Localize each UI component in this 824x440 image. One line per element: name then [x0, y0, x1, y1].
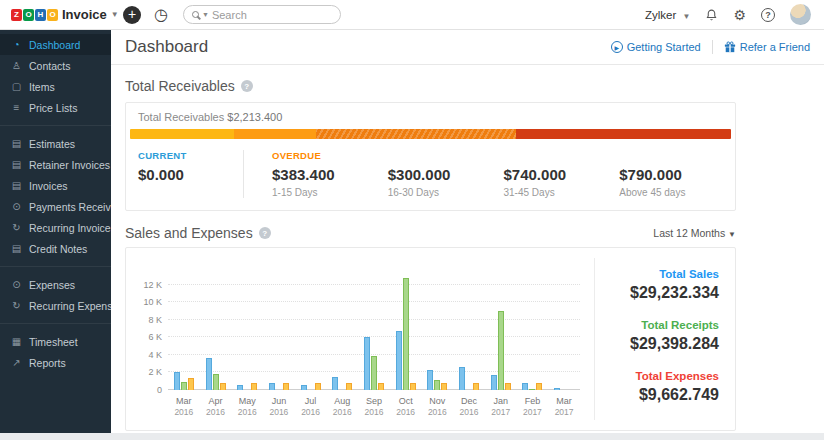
chart-bars — [168, 276, 580, 390]
expenses-bar — [441, 383, 447, 390]
sidebar-item-contacts[interactable]: ♙Contacts — [0, 55, 111, 76]
sidebar-item-estimates[interactable]: ▤Estimates — [0, 133, 111, 154]
x-axis-tick-label: May2016 — [231, 396, 263, 418]
sales-bar — [332, 377, 338, 390]
sidebar-item-dashboard[interactable]: ◔Dashboard — [0, 34, 111, 55]
user-avatar[interactable] — [790, 4, 811, 25]
x-year-label: 2016 — [326, 407, 358, 418]
overdue-receivables: OVERDUE $383.4001-15 Days$300.00016-30 D… — [244, 150, 735, 198]
x-month-label: Jul — [295, 396, 327, 407]
sidebar-item-items[interactable]: ▢Items — [0, 76, 111, 97]
sales-bar — [522, 383, 528, 390]
sidebar-item-price-lists[interactable]: ≡Price Lists — [0, 97, 111, 118]
expenses-bar — [346, 383, 352, 390]
sidebar-item-label: Credit Notes — [29, 243, 87, 255]
sidebar-group: ⊙Expenses↻Recurring Expenses — [0, 266, 111, 316]
x-month-label: Mar — [548, 396, 580, 407]
sidebar-item-expenses[interactable]: ⊙Expenses — [0, 274, 111, 295]
current-receivables: CURRENT $0.000 — [126, 150, 244, 198]
dashboard-icon: ◔ — [11, 39, 22, 50]
sidebar-nav: ◔Dashboard♙Contacts▢Items≡Price Lists▤Es… — [0, 30, 111, 433]
sidebar-item-reports[interactable]: ↗Reports — [0, 352, 111, 373]
y-axis-tick-label: 10 K — [143, 297, 162, 307]
expenses-bar — [505, 383, 511, 390]
x-month-label: Jun — [263, 396, 295, 407]
total-receivables-summary: Total Receivables $2,213.400 — [126, 103, 735, 129]
notifications-bell-icon[interactable] — [705, 8, 718, 22]
x-axis-tick-label: Mar2016 — [168, 396, 200, 418]
search-scope-caret-icon[interactable]: ▼ — [202, 11, 209, 18]
overdue-period: 1-15 Days — [272, 187, 388, 198]
x-month-label: Apr — [200, 396, 232, 407]
settings-gear-icon[interactable]: ⚙ — [733, 8, 746, 22]
sidebar-item-invoices[interactable]: ▤Invoices — [0, 175, 111, 196]
receipts-bar — [529, 389, 535, 390]
bar-group-dec-2016 — [453, 276, 485, 390]
sidebar-item-label: Recurring Expenses — [29, 300, 124, 312]
chevron-down-icon: ▼ — [111, 10, 119, 19]
date-range-dropdown[interactable]: Last 12 Months ▼ — [653, 227, 736, 239]
search-input[interactable] — [212, 9, 332, 21]
x-axis-tick-label: Apr2016 — [200, 396, 232, 418]
x-month-label: Dec — [453, 396, 485, 407]
bar-group-jul-2016 — [295, 276, 327, 390]
search-icon — [192, 11, 199, 18]
zoho-logo-tile: O — [47, 9, 58, 21]
total-receivables-section-title: Total Receivables ? — [125, 78, 810, 94]
app-logo[interactable]: ZOHO Invoice ▼ — [0, 7, 111, 22]
global-search[interactable]: ▼ — [183, 5, 341, 24]
total-value: $29,398.284 — [611, 335, 719, 353]
x-year-label: 2016 — [453, 407, 485, 418]
quick-create-button[interactable]: + — [123, 6, 141, 24]
help-tooltip-icon[interactable]: ? — [241, 80, 253, 92]
sales-bar — [174, 372, 180, 390]
refer-a-friend-link[interactable]: Refer a Friend — [724, 41, 810, 53]
expenses-bar — [410, 383, 416, 390]
overdue-amount: $790.000 — [619, 166, 735, 183]
price-lists-icon: ≡ — [11, 102, 22, 113]
help-icon[interactable]: ? — [761, 8, 775, 22]
sidebar-group: ◔Dashboard♙Contacts▢Items≡Price Lists — [0, 34, 111, 118]
total-label: Total Sales — [611, 268, 719, 280]
x-axis-tick-label: Mar2017 — [548, 396, 580, 418]
sidebar-item-recurring-expenses[interactable]: ↻Recurring Expenses — [0, 295, 111, 316]
date-range-label: Last 12 Months — [653, 227, 725, 239]
total-block-total-expenses: Total Expenses$9,662.749 — [611, 370, 719, 404]
refer-a-friend-label: Refer a Friend — [740, 41, 810, 53]
total-block-total-receipts: Total Receipts$29,398.284 — [611, 319, 719, 353]
items-icon: ▢ — [11, 81, 22, 92]
invoices-icon: ▤ — [11, 180, 22, 191]
sidebar-item-retainer-invoices[interactable]: ▤Retainer Invoices — [0, 154, 111, 175]
getting-started-link[interactable]: ▶ Getting Started — [611, 41, 701, 53]
zoho-logo-tiles: ZOHO — [11, 9, 58, 21]
bar-group-jan-2017 — [485, 276, 517, 390]
total-receivables-title: Total Receivables — [125, 78, 235, 94]
sidebar-item-recurring-invoices[interactable]: ↻Recurring Invoices — [0, 217, 111, 238]
recent-activity-icon[interactable]: ◷ — [154, 6, 168, 24]
overdue-period: Above 45 days — [619, 187, 735, 198]
sales-bar — [554, 388, 560, 390]
bar-group-oct-2016 — [390, 276, 422, 390]
org-switcher[interactable]: Zylker ▼ — [645, 9, 690, 21]
x-year-label: 2016 — [168, 407, 200, 418]
sidebar-item-timesheet[interactable]: ▦Timesheet — [0, 331, 111, 352]
overdue-period: 16-30 Days — [388, 187, 504, 198]
chevron-down-icon: ▼ — [728, 230, 736, 239]
product-name: Invoice — [62, 7, 107, 22]
sidebar-group: ▦Timesheet↗Reports — [0, 323, 111, 373]
page-title: Dashboard — [125, 37, 208, 57]
overdue-bucket: $790.000Above 45 days — [619, 161, 735, 198]
sidebar-item-credit-notes[interactable]: ▤Credit Notes — [0, 238, 111, 259]
help-tooltip-icon[interactable]: ? — [259, 227, 271, 239]
main-content: Dashboard ▶ Getting Started Refer a Frie… — [111, 30, 824, 433]
bar-group-mar-2017 — [548, 276, 580, 390]
sidebar-item-label: Invoices — [29, 180, 68, 192]
sales-bar — [459, 367, 465, 390]
overdue-amount: $383.400 — [272, 166, 388, 183]
overdue-bucket: $300.00016-30 Days — [388, 161, 504, 198]
sidebar-item-payments-received[interactable]: ⊙Payments Received — [0, 196, 111, 217]
sidebar-item-label: Price Lists — [29, 102, 77, 114]
x-year-label: 2017 — [548, 407, 580, 418]
x-axis-tick-label: Feb2017 — [517, 396, 549, 418]
aging-bar-segment-overdue-31-45-days — [316, 129, 517, 139]
